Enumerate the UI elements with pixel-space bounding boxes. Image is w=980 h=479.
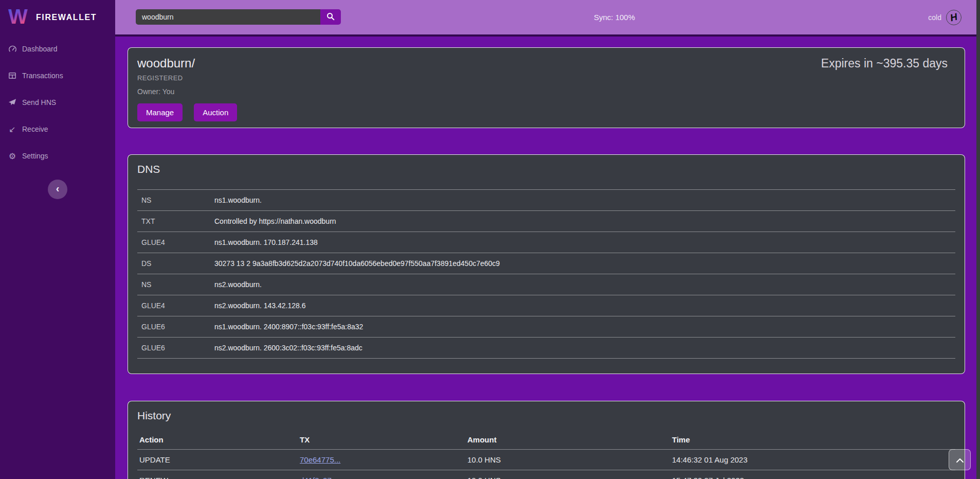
- sidebar-item-label: Settings: [22, 152, 48, 160]
- firewallet-w-logo: W: [8, 6, 31, 29]
- send-plane-icon: [8, 98, 17, 107]
- dns-record-type: GLUE6: [141, 323, 214, 331]
- dns-table: NS ns1.woodburn. TXT Controlled by https…: [137, 189, 955, 359]
- column-header-tx: TX: [300, 435, 467, 444]
- history-table: Action TX Amount Time UPDATE 70e64775...…: [137, 430, 955, 479]
- sidebar-item-send-hns[interactable]: Send HNS: [0, 89, 115, 116]
- name-actions: Manage Auction: [137, 103, 955, 121]
- history-time: 15:47:30 27 Jul 2023: [672, 476, 955, 479]
- history-title: History: [137, 409, 955, 423]
- dns-record-type: NS: [141, 280, 214, 289]
- dns-record-type: NS: [141, 196, 214, 204]
- sidebar-item-label: Receive: [22, 125, 48, 133]
- auction-button[interactable]: Auction: [194, 103, 237, 121]
- status-badge: REGISTERED: [137, 74, 955, 83]
- topbar: Sync: 100% cold H: [115, 0, 980, 37]
- history-card: History Action TX Amount Time UPDATE 70e…: [128, 401, 965, 479]
- sidebar-item-label: Send HNS: [22, 98, 56, 107]
- sidebar-nav: Dashboard Transactions Send HNS ↙ Receiv…: [0, 36, 115, 169]
- handshake-logo-icon[interactable]: H: [946, 10, 961, 25]
- manage-button[interactable]: Manage: [137, 103, 183, 121]
- column-header-time: Time: [672, 435, 955, 444]
- dashboard-gauge-icon: [8, 45, 17, 54]
- search-icon: [326, 12, 335, 22]
- dns-record-value: ns1.woodburn.: [214, 196, 955, 204]
- dns-record-row: GLUE4 ns1.woodburn. 170.187.241.138: [137, 232, 955, 253]
- dns-record-type: TXT: [141, 217, 214, 225]
- sidebar: W FIREWALLET Dashboard Transactions: [0, 0, 115, 479]
- dns-record-value: Controlled by https://nathan.woodburn: [214, 217, 955, 225]
- scroll-to-top-button[interactable]: [949, 449, 971, 470]
- dns-record-value: ns1.woodburn. 170.187.241.138: [214, 238, 955, 246]
- dns-record-type: DS: [141, 259, 214, 268]
- tx-link[interactable]: d41f8c27...: [300, 476, 338, 479]
- vertical-scrollbar[interactable]: [976, 0, 980, 479]
- owner-label: Owner: You: [137, 86, 955, 97]
- history-amount: 10.0 HNS: [467, 455, 672, 464]
- name-summary-card: woodburn/ REGISTERED Owner: You Manage A…: [128, 47, 965, 128]
- receive-arrow-icon: ↙: [8, 125, 17, 134]
- wallet-area: cold H: [928, 0, 961, 34]
- wallet-name: cold: [928, 13, 941, 22]
- chevron-up-icon: [956, 455, 964, 465]
- sidebar-item-settings[interactable]: ⚙ Settings: [0, 143, 115, 169]
- dns-record-row: NS ns1.woodburn.: [137, 190, 955, 211]
- settings-gear-icon: ⚙: [8, 151, 17, 161]
- sidebar-item-receive[interactable]: ↙ Receive: [0, 116, 115, 143]
- dns-record-row: GLUE4 ns2.woodburn. 143.42.128.6: [137, 295, 955, 316]
- history-row: UPDATE 70e64775... 10.0 HNS 14:46:32 01 …: [137, 450, 955, 470]
- dns-record-row: TXT Controlled by https://nathan.woodbur…: [137, 211, 955, 232]
- column-header-amount: Amount: [467, 435, 672, 444]
- svg-text:W: W: [8, 6, 28, 27]
- expires-label: Expires in ~395.35 days: [821, 56, 948, 71]
- dns-record-row: GLUE6 ns1.woodburn. 2400:8907::f03c:93ff…: [137, 316, 955, 338]
- history-header-row: Action TX Amount Time: [137, 430, 955, 450]
- sidebar-item-transactions[interactable]: Transactions: [0, 62, 115, 89]
- dns-title: DNS: [137, 162, 955, 176]
- dns-record-type: GLUE6: [141, 344, 214, 352]
- history-action: UPDATE: [139, 455, 300, 464]
- sidebar-collapse-button[interactable]: ‹: [48, 180, 67, 199]
- dns-record-value: ns2.woodburn.: [214, 280, 955, 289]
- dns-record-row: DS 30273 13 2 9a3a8fb3d625d2a2073d740f10…: [137, 253, 955, 274]
- dns-card: DNS NS ns1.woodburn. TXT Controlled by h…: [128, 154, 965, 374]
- dns-record-row: NS ns2.woodburn.: [137, 274, 955, 295]
- dns-record-value: ns2.woodburn. 143.42.128.6: [214, 301, 955, 310]
- transactions-table-icon: [8, 72, 17, 80]
- chevron-left-icon: ‹: [56, 183, 60, 194]
- sync-status: Sync: 100%: [594, 0, 635, 34]
- history-amount: 10.0 HNS: [467, 476, 672, 479]
- dns-record-value: ns2.woodburn. 2600:3c02::f03c:93ff:fe5a:…: [214, 344, 955, 352]
- dns-record-row: GLUE6 ns2.woodburn. 2600:3c02::f03c:93ff…: [137, 338, 955, 359]
- brand-name: FIREWALLET: [36, 13, 97, 22]
- brand: W FIREWALLET: [0, 0, 115, 30]
- tx-link[interactable]: 70e64775...: [300, 455, 340, 464]
- history-action: RENEW: [139, 476, 300, 479]
- dns-record-value: ns1.woodburn. 2400:8907::f03c:93ff:fe5a:…: [214, 323, 955, 331]
- sidebar-item-dashboard[interactable]: Dashboard: [0, 36, 115, 62]
- dns-record-type: GLUE4: [141, 301, 214, 310]
- dns-record-value: 30273 13 2 9a3a8fb3d625d2a2073d740f10da6…: [214, 259, 955, 268]
- sidebar-item-label: Transactions: [22, 72, 63, 80]
- search-button[interactable]: [320, 9, 341, 25]
- search-input[interactable]: [136, 9, 320, 25]
- column-header-action: Action: [139, 435, 300, 444]
- dns-record-type: GLUE4: [141, 238, 214, 246]
- history-row: RENEW d41f8c27... 10.0 HNS 15:47:30 27 J…: [137, 470, 955, 479]
- history-time: 14:46:32 01 Aug 2023: [672, 455, 955, 464]
- search-group: [136, 9, 341, 25]
- sidebar-item-label: Dashboard: [22, 45, 58, 53]
